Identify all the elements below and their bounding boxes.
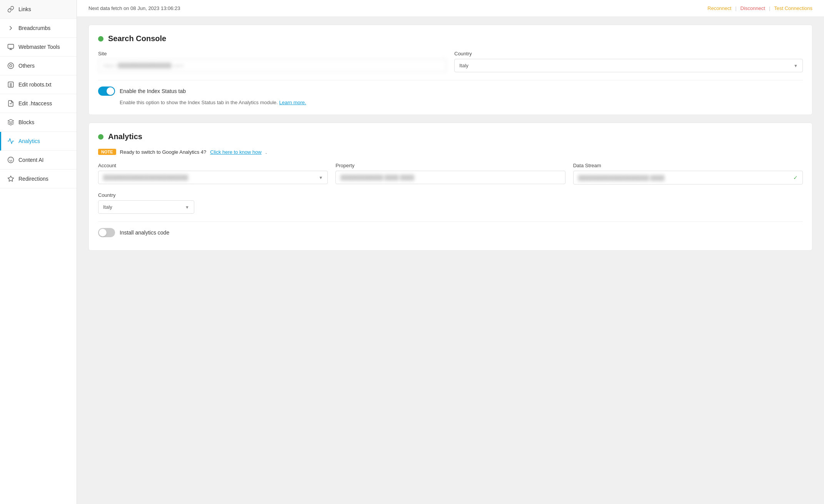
note-link[interactable]: Click here to know how <box>210 149 262 155</box>
sidebar-item-label: Links <box>18 6 31 12</box>
svg-rect-0 <box>8 44 14 48</box>
site-field-group: Site <box>98 51 447 72</box>
sidebar-item-edit-htaccess[interactable]: Edit .htaccess <box>0 94 77 113</box>
robots-icon <box>7 81 15 88</box>
data-stream-field[interactable]: ████████████████████ ████ ✓ <box>573 171 803 185</box>
sidebar-item-label: Content AI <box>18 157 43 163</box>
account-value: ████████████████████████ <box>103 175 319 180</box>
property-field-group: Property ████████████ ████ ████ <box>335 163 565 185</box>
sidebar-item-blocks[interactable]: Blocks <box>0 113 77 132</box>
separator-1: | <box>735 5 736 11</box>
account-label: Account <box>98 163 328 168</box>
note-period: . <box>265 149 267 155</box>
analytics-country-label: Country <box>98 192 194 198</box>
topbar: Next data fetch on 08 Jun, 2023 13:06:23… <box>77 0 824 17</box>
links-icon <box>7 5 15 13</box>
svg-marker-9 <box>8 176 14 181</box>
separator-2: | <box>769 5 770 11</box>
analytics-country-select[interactable]: Italy ▼ <box>98 200 194 214</box>
disconnect-button[interactable]: Disconnect <box>741 5 765 11</box>
sidebar-item-label: Redirections <box>18 176 48 182</box>
htaccess-icon <box>7 100 15 107</box>
chevron-down-icon: ▼ <box>319 175 323 180</box>
test-connections-button[interactable]: Test Connections <box>774 5 812 11</box>
sidebar-item-label: Webmaster Tools <box>18 44 60 50</box>
main-panel: Next data fetch on 08 Jun, 2023 13:06:23… <box>77 0 824 504</box>
search-console-form-row: Site Country Italy ▼ <box>98 51 803 72</box>
sidebar-item-webmaster-tools[interactable]: Webmaster Tools <box>0 38 77 57</box>
webmaster-tools-icon <box>7 43 15 51</box>
install-analytics-toggle[interactable] <box>98 228 115 237</box>
divider-1 <box>98 80 803 80</box>
country-select[interactable]: Italy ▼ <box>454 59 803 72</box>
install-analytics-label: Install analytics code <box>120 230 169 236</box>
sidebar-item-breadcrumbs[interactable]: Breadcrumbs <box>0 19 77 38</box>
sidebar-item-analytics[interactable]: Analytics <box>0 132 77 151</box>
sidebar-item-label: Others <box>18 63 35 69</box>
country-label: Country <box>454 51 803 57</box>
sidebar-item-links[interactable]: Links <box>0 0 77 19</box>
sidebar-item-label: Analytics <box>18 138 40 144</box>
analytics-status-dot <box>98 134 103 140</box>
note-badge: Note <box>98 149 116 155</box>
reconnect-button[interactable]: Reconnect <box>707 5 731 11</box>
sidebar-item-label: Edit robots.txt <box>18 82 52 88</box>
analytics-title: Analytics <box>108 132 142 141</box>
blocks-icon <box>7 118 15 126</box>
account-field-group: Account ████████████████████████ ▼ <box>98 163 328 185</box>
install-analytics-toggle-row: Install analytics code <box>98 228 803 237</box>
sidebar: Links Breadcrumbs Webmaster Tools Others… <box>0 0 77 504</box>
next-fetch-text: Next data fetch on 08 Jun, 2023 13:06:23 <box>88 5 180 11</box>
sidebar-item-label: Blocks <box>18 119 34 125</box>
search-console-header: Search Console <box>98 34 803 43</box>
data-stream-value: ████████████████████ ████ <box>578 175 790 181</box>
toggle-knob <box>107 87 114 95</box>
redirections-icon <box>7 175 15 183</box>
index-status-toggle-desc: Enable this option to show the Index Sta… <box>120 100 803 105</box>
analytics-top-form-row: Account ████████████████████████ ▼ Prope… <box>98 163 803 185</box>
sidebar-item-label: Edit .htaccess <box>18 100 52 106</box>
learn-more-link[interactable]: Learn more. <box>279 100 306 105</box>
main-content: Search Console Site Country Italy ▼ <box>77 17 824 504</box>
chevron-down-icon: ▼ <box>185 205 189 210</box>
divider-2 <box>98 221 803 222</box>
analytics-header: Analytics <box>98 132 803 141</box>
content-ai-icon <box>7 156 15 164</box>
index-status-toggle-label: Enable the Index Status tab <box>120 88 186 94</box>
index-status-toggle[interactable] <box>98 86 115 96</box>
breadcrumbs-icon <box>7 24 15 32</box>
topbar-actions: Reconnect | Disconnect | Test Connection… <box>707 5 812 11</box>
data-stream-label: Data Stream <box>573 163 803 168</box>
sidebar-item-content-ai[interactable]: Content AI <box>0 151 77 170</box>
checkmark-icon: ✓ <box>793 175 798 181</box>
analytics-country-form-row: Country Italy ▼ <box>98 192 803 214</box>
search-console-status-dot <box>98 36 103 42</box>
site-label: Site <box>98 51 447 57</box>
property-value: ████████████ ████ ████ <box>340 175 560 180</box>
others-icon <box>7 62 15 70</box>
property-label: Property <box>335 163 565 168</box>
account-select[interactable]: ████████████████████████ ▼ <box>98 171 328 184</box>
country-value: Italy <box>459 63 469 68</box>
sidebar-item-others[interactable]: Others <box>0 57 77 75</box>
sidebar-item-label: Breadcrumbs <box>18 25 50 31</box>
svg-point-1 <box>8 63 14 69</box>
svg-point-2 <box>10 65 12 67</box>
sidebar-item-edit-robots[interactable]: Edit robots.txt <box>0 75 77 94</box>
svg-point-6 <box>8 157 14 163</box>
analytics-icon <box>7 137 15 145</box>
search-console-title: Search Console <box>108 34 166 43</box>
sidebar-item-redirections[interactable]: Redirections <box>0 170 77 188</box>
data-stream-field-group: Data Stream ████████████████████ ████ ✓ <box>573 163 803 185</box>
search-console-card: Search Console Site Country Italy ▼ <box>88 25 812 115</box>
note-banner: Note Ready to switch to Google Analytics… <box>98 149 803 155</box>
analytics-country-value: Italy <box>103 204 112 210</box>
svg-marker-5 <box>8 120 14 123</box>
property-field[interactable]: ████████████ ████ ████ <box>335 171 565 184</box>
analytics-card: Analytics Note Ready to switch to Google… <box>88 123 812 251</box>
country-field-group: Country Italy ▼ <box>454 51 803 72</box>
chevron-down-icon: ▼ <box>794 63 798 68</box>
index-status-toggle-row: Enable the Index Status tab <box>98 86 803 96</box>
site-input[interactable] <box>98 59 447 72</box>
svg-rect-3 <box>8 82 13 87</box>
